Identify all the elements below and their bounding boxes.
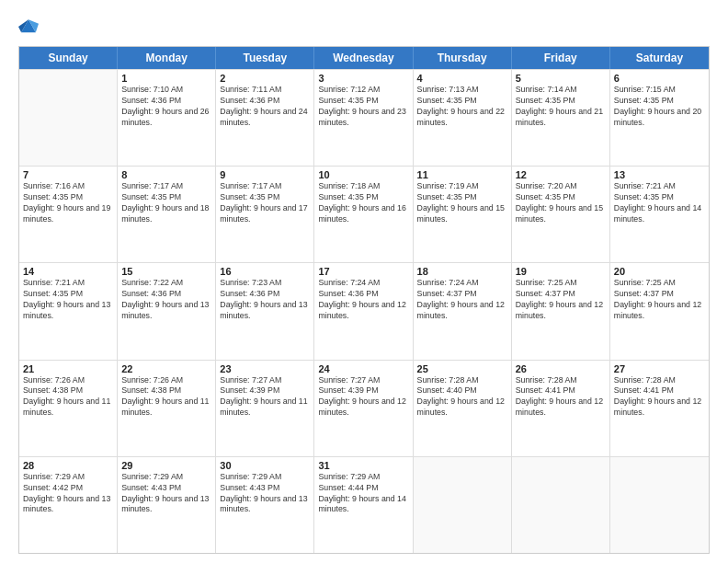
cell-info: Sunrise: 7:27 AMSunset: 4:39 PMDaylight:…: [220, 375, 307, 418]
cell-info: Sunrise: 7:26 AMSunset: 4:38 PMDaylight:…: [23, 375, 110, 418]
cal-cell: 27Sunrise: 7:28 AMSunset: 4:41 PMDayligh…: [610, 361, 709, 456]
cell-info: Sunrise: 7:29 AMSunset: 4:43 PMDaylight:…: [220, 472, 307, 514]
day-number: 4: [417, 73, 507, 84]
day-number: 23: [220, 363, 310, 374]
day-number: 15: [121, 266, 211, 277]
cell-info: Sunrise: 7:29 AMSunset: 4:42 PMDaylight:…: [23, 472, 110, 514]
header-wednesday: Wednesday: [314, 47, 413, 69]
cell-info: Sunrise: 7:28 AMSunset: 4:41 PMDaylight:…: [516, 375, 603, 418]
cell-info: Sunrise: 7:25 AMSunset: 4:37 PMDaylight:…: [614, 278, 701, 320]
cal-cell: 4Sunrise: 7:13 AMSunset: 4:35 PMDaylight…: [414, 70, 512, 166]
cal-cell: 20Sunrise: 7:25 AMSunset: 4:37 PMDayligh…: [610, 263, 709, 359]
day-number: 30: [220, 460, 310, 471]
cal-cell: 12Sunrise: 7:20 AMSunset: 4:35 PMDayligh…: [512, 167, 610, 262]
day-number: 3: [318, 73, 408, 84]
cal-cell: 13Sunrise: 7:21 AMSunset: 4:35 PMDayligh…: [610, 167, 709, 262]
cell-info: Sunrise: 7:16 AMSunset: 4:35 PMDaylight:…: [23, 181, 110, 224]
cell-info: Sunrise: 7:13 AMSunset: 4:35 PMDaylight:…: [417, 85, 505, 127]
cal-cell: 11Sunrise: 7:19 AMSunset: 4:35 PMDayligh…: [414, 167, 512, 262]
cal-cell: 3Sunrise: 7:12 AMSunset: 4:35 PMDaylight…: [314, 70, 413, 166]
cell-info: Sunrise: 7:28 AMSunset: 4:41 PMDaylight:…: [614, 375, 701, 418]
cal-cell: 14Sunrise: 7:21 AMSunset: 4:35 PMDayligh…: [19, 263, 118, 359]
header-friday: Friday: [512, 47, 610, 69]
logo: [18, 17, 42, 37]
cell-info: Sunrise: 7:18 AMSunset: 4:35 PMDaylight:…: [318, 181, 405, 224]
day-number: 25: [417, 363, 507, 374]
cal-cell: 6Sunrise: 7:15 AMSunset: 4:35 PMDaylight…: [610, 70, 709, 166]
cal-cell: 21Sunrise: 7:26 AMSunset: 4:38 PMDayligh…: [19, 361, 118, 456]
cal-cell: 17Sunrise: 7:24 AMSunset: 4:36 PMDayligh…: [314, 263, 413, 359]
cal-cell: 18Sunrise: 7:24 AMSunset: 4:37 PMDayligh…: [414, 263, 512, 359]
header-thursday: Thursday: [414, 47, 512, 69]
week-row-4: 21Sunrise: 7:26 AMSunset: 4:38 PMDayligh…: [19, 360, 709, 456]
day-number: 5: [516, 73, 606, 84]
cell-info: Sunrise: 7:27 AMSunset: 4:39 PMDaylight:…: [318, 375, 405, 418]
day-number: 8: [121, 169, 211, 180]
cal-cell: 5Sunrise: 7:14 AMSunset: 4:35 PMDaylight…: [512, 70, 610, 166]
cell-info: Sunrise: 7:21 AMSunset: 4:35 PMDaylight:…: [23, 278, 110, 320]
day-number: 6: [614, 73, 705, 84]
day-number: 27: [614, 363, 705, 374]
cal-cell: 25Sunrise: 7:28 AMSunset: 4:40 PMDayligh…: [414, 361, 512, 456]
day-number: 19: [516, 266, 606, 277]
cell-info: Sunrise: 7:25 AMSunset: 4:37 PMDaylight:…: [516, 278, 603, 320]
calendar: Sunday Monday Tuesday Wednesday Thursday…: [18, 46, 710, 554]
cell-info: Sunrise: 7:26 AMSunset: 4:38 PMDaylight:…: [121, 375, 209, 418]
week-row-1: 1Sunrise: 7:10 AMSunset: 4:36 PMDaylight…: [19, 69, 709, 166]
day-number: 29: [121, 460, 211, 471]
cal-cell: [512, 457, 610, 553]
cal-cell: 8Sunrise: 7:17 AMSunset: 4:35 PMDaylight…: [118, 167, 216, 262]
header: [18, 17, 710, 37]
header-sunday: Sunday: [19, 47, 118, 69]
cell-info: Sunrise: 7:24 AMSunset: 4:37 PMDaylight:…: [417, 278, 505, 320]
cal-cell: [414, 457, 512, 553]
cell-info: Sunrise: 7:29 AMSunset: 4:44 PMDaylight:…: [318, 472, 405, 514]
cal-cell: 24Sunrise: 7:27 AMSunset: 4:39 PMDayligh…: [314, 361, 413, 456]
cell-info: Sunrise: 7:24 AMSunset: 4:36 PMDaylight:…: [318, 278, 405, 320]
day-number: 28: [23, 460, 113, 471]
day-number: 7: [23, 169, 113, 180]
cal-cell: 15Sunrise: 7:22 AMSunset: 4:36 PMDayligh…: [118, 263, 216, 359]
cal-cell: 10Sunrise: 7:18 AMSunset: 4:35 PMDayligh…: [314, 167, 413, 262]
day-number: 10: [318, 169, 408, 180]
day-number: 16: [220, 266, 310, 277]
cell-info: Sunrise: 7:21 AMSunset: 4:35 PMDaylight:…: [614, 181, 701, 224]
cal-cell: 1Sunrise: 7:10 AMSunset: 4:36 PMDaylight…: [118, 70, 216, 166]
day-number: 17: [318, 266, 408, 277]
header-saturday: Saturday: [610, 47, 709, 69]
day-number: 21: [23, 363, 113, 374]
day-number: 2: [220, 73, 310, 84]
day-number: 18: [417, 266, 507, 277]
page: Sunday Monday Tuesday Wednesday Thursday…: [0, 0, 728, 563]
calendar-header: Sunday Monday Tuesday Wednesday Thursday…: [19, 47, 709, 69]
day-number: 13: [614, 169, 705, 180]
day-number: 20: [614, 266, 705, 277]
day-number: 26: [516, 363, 606, 374]
cell-info: Sunrise: 7:14 AMSunset: 4:35 PMDaylight:…: [516, 85, 603, 127]
day-number: 11: [417, 169, 507, 180]
cal-cell: 7Sunrise: 7:16 AMSunset: 4:35 PMDaylight…: [19, 167, 118, 262]
day-number: 24: [318, 363, 408, 374]
cal-cell: 23Sunrise: 7:27 AMSunset: 4:39 PMDayligh…: [216, 361, 314, 456]
cell-info: Sunrise: 7:19 AMSunset: 4:35 PMDaylight:…: [417, 181, 505, 224]
cell-info: Sunrise: 7:20 AMSunset: 4:35 PMDaylight:…: [516, 181, 603, 224]
cell-info: Sunrise: 7:11 AMSunset: 4:36 PMDaylight:…: [220, 85, 307, 127]
cal-cell: [610, 457, 709, 553]
day-number: 9: [220, 169, 310, 180]
cell-info: Sunrise: 7:12 AMSunset: 4:35 PMDaylight:…: [318, 85, 405, 127]
cal-cell: 2Sunrise: 7:11 AMSunset: 4:36 PMDaylight…: [216, 70, 314, 166]
day-number: 1: [121, 73, 211, 84]
cell-info: Sunrise: 7:29 AMSunset: 4:43 PMDaylight:…: [121, 472, 209, 514]
logo-icon: [18, 17, 39, 37]
calendar-body: 1Sunrise: 7:10 AMSunset: 4:36 PMDaylight…: [19, 69, 709, 553]
cell-info: Sunrise: 7:15 AMSunset: 4:35 PMDaylight:…: [614, 85, 701, 127]
cell-info: Sunrise: 7:28 AMSunset: 4:40 PMDaylight:…: [417, 375, 505, 418]
day-number: 12: [516, 169, 606, 180]
header-tuesday: Tuesday: [216, 47, 314, 69]
cal-cell: 22Sunrise: 7:26 AMSunset: 4:38 PMDayligh…: [118, 361, 216, 456]
cell-info: Sunrise: 7:17 AMSunset: 4:35 PMDaylight:…: [121, 181, 209, 224]
cal-cell: 28Sunrise: 7:29 AMSunset: 4:42 PMDayligh…: [19, 457, 118, 553]
cell-info: Sunrise: 7:23 AMSunset: 4:36 PMDaylight:…: [220, 278, 307, 320]
cell-info: Sunrise: 7:17 AMSunset: 4:35 PMDaylight:…: [220, 181, 307, 224]
day-number: 22: [121, 363, 211, 374]
